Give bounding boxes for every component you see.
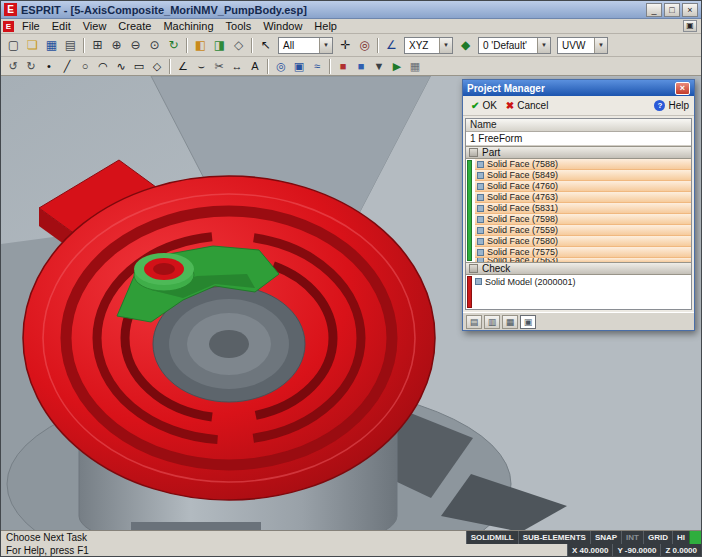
save-icon[interactable]: ▦ (42, 36, 61, 54)
help-icon: ? (654, 100, 665, 111)
project-manager-title-bar[interactable]: Project Manager × (463, 80, 694, 96)
finishing-icon[interactable]: ■ (352, 58, 370, 74)
trim-icon[interactable]: ✂ (210, 58, 228, 74)
check-section-icon[interactable] (469, 264, 478, 273)
open-folder-icon[interactable]: ❏ (23, 36, 42, 54)
solidmill-indicator[interactable]: SOLIDMILL (466, 531, 518, 544)
menu-create[interactable]: Create (112, 19, 157, 34)
fillet-icon[interactable]: ⌣ (192, 58, 210, 74)
chevron-down-icon[interactable]: ▼ (439, 38, 452, 53)
new-icon[interactable]: ▢ (4, 36, 23, 54)
menu-window[interactable]: Window (257, 19, 308, 34)
ok-button[interactable]: ✔ OK (468, 99, 500, 112)
wireframe-icon[interactable]: ◇ (229, 36, 248, 54)
zoom-fit-icon[interactable]: ⊙ (145, 36, 164, 54)
rectangle-icon[interactable]: ▭ (130, 58, 148, 74)
stock-icon[interactable]: ▦ (406, 58, 424, 74)
list-item[interactable]: Solid Face (7559) (475, 225, 691, 236)
menu-machining[interactable]: Machining (157, 19, 219, 34)
menu-help[interactable]: Help (308, 19, 343, 34)
grid-indicator[interactable]: GRID (643, 531, 672, 544)
menu-file[interactable]: File (16, 19, 46, 34)
operations-tab[interactable]: ▥ (484, 315, 500, 329)
line-icon[interactable]: ╱ (58, 58, 76, 74)
help-button[interactable]: ? Help (654, 100, 689, 111)
list-item[interactable]: Solid Face (7575) (475, 247, 691, 258)
maximize-button[interactable]: □ (664, 3, 680, 17)
hi-indicator[interactable]: HI (672, 531, 689, 544)
zoom-in-icon[interactable]: ⊕ (107, 36, 126, 54)
properties-tab[interactable]: ▣ (520, 315, 536, 329)
arc-icon[interactable]: ◠ (94, 58, 112, 74)
list-item[interactable]: Solid Face (7563) (475, 258, 691, 262)
circle-icon[interactable]: ○ (76, 58, 94, 74)
shading-icon[interactable]: ◧ (191, 36, 210, 54)
undo-view-icon[interactable]: ↺ (4, 58, 22, 74)
part-section-icon[interactable] (469, 148, 478, 157)
viewport-3d[interactable]: Project Manager × ✔ OK ✖ Cancel ? Help N… (1, 76, 701, 530)
point-icon[interactable]: • (40, 58, 58, 74)
drawing-toolbar: ↺ ↻ • ╱ ○ ◠ ∿ ▭ ◇ ∠ ⌣ ✂ ↔ A ◎ ▣ ≈ ■ ■ ▼ … (1, 57, 701, 76)
text-icon[interactable]: A (246, 58, 264, 74)
spline-icon[interactable]: ∿ (112, 58, 130, 74)
list-item[interactable]: Solid Face (7598) (475, 214, 691, 225)
print-icon[interactable]: ▤ (61, 36, 80, 54)
menu-tools[interactable]: Tools (220, 19, 258, 34)
item-label: Solid Face (4760) (487, 181, 558, 191)
translucency-icon[interactable]: ◨ (210, 36, 229, 54)
panel-close-icon[interactable]: × (675, 82, 690, 95)
coordinate-system-combo[interactable]: XYZ ▼ (404, 37, 453, 54)
close-button[interactable]: × (682, 3, 698, 17)
mdi-restore-button[interactable]: ▣ (683, 20, 697, 32)
panel-toolbar: ✔ OK ✖ Cancel ? Help (463, 96, 694, 116)
polygon-icon[interactable]: ◇ (148, 58, 166, 74)
list-item[interactable]: Solid Face (7580) (475, 236, 691, 247)
features-tab[interactable]: ▤ (466, 315, 482, 329)
chain-feature-icon[interactable]: ≈ (308, 58, 326, 74)
chevron-down-icon[interactable]: ▼ (537, 38, 550, 53)
axes-icon[interactable]: ∠ (382, 36, 401, 54)
list-item[interactable]: Solid Face (4760) (475, 181, 691, 192)
tools-tab[interactable]: ▦ (502, 315, 518, 329)
list-item[interactable]: Solid Model (2000001) (475, 275, 691, 287)
rotate-view-icon[interactable]: ↻ (164, 36, 183, 54)
uvw-combo[interactable]: UVW ▼ (557, 37, 608, 54)
menu-edit[interactable]: Edit (46, 19, 77, 34)
zoom-out-icon[interactable]: ⊖ (126, 36, 145, 54)
work-plane-combo[interactable]: 0 'Default' ▼ (478, 37, 551, 54)
freeform-row[interactable]: 1 FreeForm (466, 132, 691, 146)
minimize-button[interactable]: _ (646, 3, 662, 17)
chevron-down-icon[interactable]: ▼ (594, 38, 607, 53)
document-icon[interactable]: E (3, 21, 14, 32)
selection-filter-combo[interactable]: All ▼ (278, 37, 333, 54)
check-section-header[interactable]: Check (466, 262, 691, 275)
name-column-header[interactable]: Name (466, 119, 691, 132)
dimension-icon[interactable]: ↔ (228, 58, 246, 74)
select-cursor-icon[interactable]: ↖ (256, 36, 275, 54)
redraw-icon[interactable]: ↻ (22, 58, 40, 74)
cancel-button[interactable]: ✖ Cancel (503, 99, 552, 112)
zoom-window-icon[interactable]: ⊞ (88, 36, 107, 54)
list-item[interactable]: Solid Face (5849) (475, 170, 691, 181)
item-label: Solid Face (7563) (487, 258, 558, 262)
y-coordinate: Y -90.0000 (612, 544, 660, 557)
hole-feature-icon[interactable]: ◎ (272, 58, 290, 74)
chamfer-icon[interactable]: ∠ (174, 58, 192, 74)
part-section-header[interactable]: Part (466, 146, 691, 159)
chevron-down-icon[interactable]: ▼ (319, 38, 332, 53)
simulation-icon[interactable]: ▶ (388, 58, 406, 74)
pick-filter-icon[interactable]: ✛ (336, 36, 355, 54)
drilling-icon[interactable]: ▼ (370, 58, 388, 74)
list-item[interactable]: Solid Face (4763) (475, 192, 691, 203)
mask-icon[interactable]: ◎ (355, 36, 374, 54)
sub-elements-indicator[interactable]: SUB-ELEMENTS (518, 531, 590, 544)
snap-indicator[interactable]: SNAP (590, 531, 621, 544)
int-indicator[interactable]: INT (621, 531, 643, 544)
work-plane-icon[interactable]: ◆ (456, 36, 475, 54)
solid-face-icon (477, 183, 484, 190)
menu-view[interactable]: View (77, 19, 113, 34)
list-item[interactable]: Solid Face (7588) (475, 159, 691, 170)
list-item[interactable]: Solid Face (5831) (475, 203, 691, 214)
roughing-icon[interactable]: ■ (334, 58, 352, 74)
pocket-feature-icon[interactable]: ▣ (290, 58, 308, 74)
